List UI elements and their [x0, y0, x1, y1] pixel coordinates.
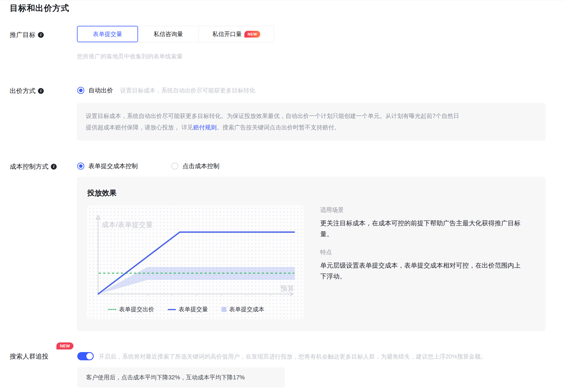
- legend-item-volume: 表单提交量: [168, 305, 208, 313]
- effect-chart: 成本/表单提交量 预算: [87, 205, 304, 319]
- click-cost-control-label[interactable]: 点击成本控制: [182, 162, 219, 170]
- green-dashed-line-icon: [108, 309, 116, 310]
- tab-label: 私信咨询量: [154, 30, 183, 38]
- tab-form-submissions[interactable]: 表单提交量: [77, 26, 138, 42]
- info-icon[interactable]: i: [38, 32, 44, 38]
- tab-private-message-inquiries[interactable]: 私信咨询量: [138, 26, 199, 42]
- cost-control-label-row: 成本控制方式 i: [10, 162, 57, 171]
- retarget-stat-text: 客户使用后，点击成本平均下降32%，互动成本平均下降17%: [86, 374, 245, 381]
- retarget-stat-box: 客户使用后，点击成本平均下降32%，互动成本平均下降17%: [77, 367, 285, 388]
- cost-control-label: 成本控制方式: [10, 162, 48, 171]
- bidding-label: 出价方式: [10, 87, 36, 95]
- bidding-label-row: 出价方式 i: [10, 87, 44, 95]
- note-line-2: 提供超成本赔付保障，请放心投放， 详见赔付规则。搜索广告按关键词点击出价时暂不支…: [86, 122, 537, 133]
- tab-private-message-openings[interactable]: 私信开口量 NEW: [199, 26, 274, 42]
- effect-chart-card: 成本/表单提交量 预算 表单提交出价 表单提交量 表单提交成本: [87, 205, 304, 319]
- feature-body: 单元层级设置表单提交成本，表单提交成本相对可控，在出价范围内上下浮动。: [320, 260, 526, 282]
- legend-label: 表单提交出价: [119, 305, 154, 313]
- auto-bid-note-box: 设置目标成本，系统自动出价尽可能获更多目标转化。为保证投放效果最优，自动出价一个…: [77, 103, 545, 141]
- x-axis-ticks: [123, 294, 271, 296]
- x-axis-label: 预算: [280, 284, 294, 292]
- cost-control-options-row: 表单提交成本控制 点击成本控制: [77, 162, 219, 170]
- page-title: 目标和出价方式: [10, 3, 69, 14]
- note-line-1: 设置目标成本，系统自动出价尽可能获更多目标转化。为保证投放效果最优，自动出价一个…: [86, 110, 537, 122]
- new-badge: NEW: [56, 342, 73, 349]
- promotion-goal-tabs: 表单提交量 私信咨询量 私信开口量 NEW: [77, 26, 274, 42]
- new-badge: NEW: [244, 31, 260, 38]
- auto-bid-radio[interactable]: [77, 87, 84, 94]
- promotion-goal-helper-text: 您所推广的落地页中收集到的表单线索量: [77, 53, 183, 60]
- promotion-goal-label-row: 推广目标 i: [10, 31, 44, 39]
- compensation-rules-link[interactable]: 赔付规则: [193, 124, 217, 131]
- blue-line-icon: [168, 309, 176, 310]
- legend-item-cost: 表单提交成本: [221, 305, 264, 313]
- toggle-knob: [86, 353, 93, 359]
- bidding-options-row: 自动出价 设置目标成本，系统自动出价尽可能获更多目标转化: [77, 86, 255, 94]
- info-icon[interactable]: i: [38, 88, 44, 94]
- legend-item-bid: 表单提交出价: [108, 305, 154, 313]
- effect-side-text: 适用场景 更关注目标成本，在成本可控的前提下帮助广告主最大化获得推广目标量。 特…: [320, 206, 526, 290]
- scenario-title: 适用场景: [320, 206, 526, 214]
- info-icon[interactable]: i: [51, 164, 57, 170]
- y-axis-label: 成本/表单提交量: [102, 221, 153, 229]
- chart-legend: 表单提交出价 表单提交量 表单提交成本: [108, 305, 264, 313]
- click-cost-control-radio[interactable]: [171, 163, 178, 170]
- form-cost-control-radio[interactable]: [77, 163, 84, 170]
- blue-square-icon: [221, 307, 226, 312]
- legend-label: 表单提交成本: [229, 305, 264, 313]
- delivery-effect-panel: 投放效果: [77, 177, 545, 331]
- note-line-2-post: 。搜索广告按关键词点击出价时暂不支持赔付。: [217, 124, 340, 131]
- note-line-2-pre: 提供超成本赔付保障，请放心投放， 详见: [86, 124, 193, 131]
- delivery-effect-title: 投放效果: [87, 188, 117, 198]
- auto-bid-description: 设置目标成本，系统自动出价尽可能获更多目标转化: [120, 87, 255, 94]
- tab-label: 表单提交量: [93, 30, 122, 38]
- auto-bid-label[interactable]: 自动出价: [88, 86, 113, 94]
- search-retarget-toggle[interactable]: [77, 352, 94, 360]
- goal-and-bidding-section: 目标和出价方式 推广目标 i 表单提交量 私信咨询量 私信开口量 NEW 您所推…: [0, 0, 564, 392]
- search-retarget-description: 开启后，系统将对最近搜索了所选关键词的高价值用户，在发现页进行投放，您将有机会触…: [99, 353, 486, 361]
- tab-label: 私信开口量: [212, 30, 242, 38]
- form-cost-control-label[interactable]: 表单提交成本控制: [88, 162, 138, 170]
- legend-label: 表单提交量: [179, 305, 208, 313]
- retarget-label-row: 搜索人群追投: [10, 352, 48, 361]
- promotion-goal-label: 推广目标: [10, 31, 36, 39]
- feature-title: 特点: [320, 248, 526, 256]
- scenario-body: 更关注目标成本，在成本可控的前提下帮助广告主最大化获得推广目标量。: [320, 218, 526, 239]
- search-retarget-label: 搜索人群追投: [10, 352, 48, 361]
